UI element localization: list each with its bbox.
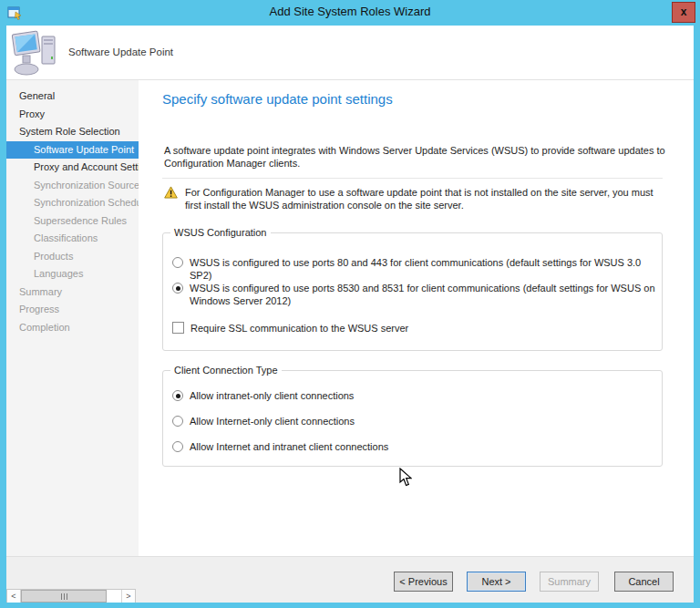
radio-icon-selected[interactable] — [172, 283, 183, 294]
nav-item-general[interactable]: General — [6, 88, 139, 106]
mouse-cursor — [399, 468, 412, 487]
titlebar[interactable]: Add Site System Roles Wizard x — [0, 0, 700, 26]
nav-item-supersedence-rules[interactable]: Supersedence Rules — [6, 212, 139, 231]
radio-label: WSUS is configured to use ports 8530 and… — [190, 282, 659, 307]
nav-item-progress[interactable]: Progress — [6, 301, 139, 319]
wizard-header: Software Update Point — [6, 26, 694, 80]
nav-item-classifications[interactable]: Classifications — [6, 230, 139, 248]
window-border-left — [0, 26, 6, 603]
close-button[interactable]: x — [672, 2, 695, 23]
warning-icon — [164, 186, 178, 199]
client-group-title: Client Connection Type — [170, 365, 282, 376]
wizard-page: Specify software update point settings A… — [140, 80, 694, 556]
checkbox-icon[interactable] — [172, 322, 184, 334]
wsus-group-title: WSUS Configuration — [170, 227, 271, 238]
scroll-left-icon[interactable]: < — [7, 590, 21, 603]
radio-internet-and-intranet[interactable]: Allow Internet and intranet client conne… — [172, 440, 388, 453]
radio-icon[interactable] — [172, 416, 183, 427]
window-border-bottom — [0, 603, 700, 608]
summary-button[interactable]: Summary — [540, 572, 599, 592]
radio-label: WSUS is configured to use ports 80 and 4… — [190, 256, 659, 282]
radio-label: Allow intranet-only client connections — [190, 389, 354, 402]
checkbox-require-ssl[interactable]: Require SSL communication to the WSUS se… — [172, 322, 408, 335]
header-title: Software Update Point — [68, 46, 173, 57]
radio-internet-only[interactable]: Allow Internet-only client connections — [172, 415, 355, 428]
wizard-nav: General Proxy System Role Selection Soft… — [6, 80, 139, 556]
horizontal-scrollbar[interactable]: < > — [6, 589, 136, 603]
window-border-right — [694, 26, 700, 603]
warning-note: For Configuration Manager to use a softw… — [164, 186, 667, 211]
client-connection-type-group: Client Connection Type Allow intranet-on… — [162, 370, 663, 467]
computer-icon — [11, 29, 62, 77]
warning-text: For Configuration Manager to use a softw… — [185, 186, 659, 211]
nav-item-system-role-selection[interactable]: System Role Selection — [6, 123, 139, 141]
radio-icon[interactable] — [172, 257, 183, 268]
previous-button[interactable]: < Previous — [394, 572, 453, 592]
nav-item-synchronization-source[interactable]: Synchronization Source — [6, 177, 139, 195]
next-button[interactable]: Next > — [467, 572, 526, 592]
nav-item-synchronization-schedule[interactable]: Synchronization Schedule — [6, 194, 139, 212]
radio-label: Allow Internet and intranet client conne… — [190, 440, 388, 453]
window-title: Add Site System Roles Wizard — [0, 5, 700, 18]
nav-item-completion[interactable]: Completion — [6, 319, 139, 337]
divider — [162, 178, 663, 179]
button-row: < Previous Next > Summary Cancel — [380, 572, 674, 592]
radio-intranet-only[interactable]: Allow intranet-only client connections — [172, 389, 354, 402]
intro-text: A software update point integrates with … — [164, 144, 667, 170]
page-title: Specify software update point settings — [162, 91, 393, 107]
radio-wsus-ports-8530-8531[interactable]: WSUS is configured to use ports 8530 and… — [172, 282, 659, 307]
scroll-right-icon[interactable]: > — [121, 590, 135, 603]
wsus-configuration-group: WSUS Configuration WSUS is configured to… — [162, 232, 663, 351]
nav-item-proxy[interactable]: Proxy — [6, 106, 139, 124]
cancel-button[interactable]: Cancel — [614, 572, 674, 592]
checkbox-label: Require SSL communication to the WSUS se… — [190, 322, 408, 335]
wizard-window: Add Site System Roles Wizard x Software … — [0, 0, 700, 608]
nav-item-languages[interactable]: Languages — [6, 265, 139, 283]
radio-icon-selected[interactable] — [172, 390, 183, 401]
radio-label: Allow Internet-only client connections — [190, 415, 355, 428]
scrollbar-track[interactable] — [107, 590, 121, 603]
nav-item-products[interactable]: Products — [6, 248, 139, 266]
scrollbar-thumb[interactable] — [21, 590, 107, 603]
nav-item-software-update-point[interactable]: Software Update Point — [6, 141, 139, 160]
radio-icon[interactable] — [172, 441, 183, 452]
radio-wsus-ports-80-443[interactable]: WSUS is configured to use ports 80 and 4… — [172, 256, 659, 282]
footer-bar: < Previous Next > Summary Cancel < > — [0, 556, 700, 603]
nav-item-proxy-and-account-settings[interactable]: Proxy and Account Settings — [6, 159, 139, 177]
thumb-grip-icon — [60, 593, 68, 600]
nav-item-summary[interactable]: Summary — [6, 283, 139, 302]
